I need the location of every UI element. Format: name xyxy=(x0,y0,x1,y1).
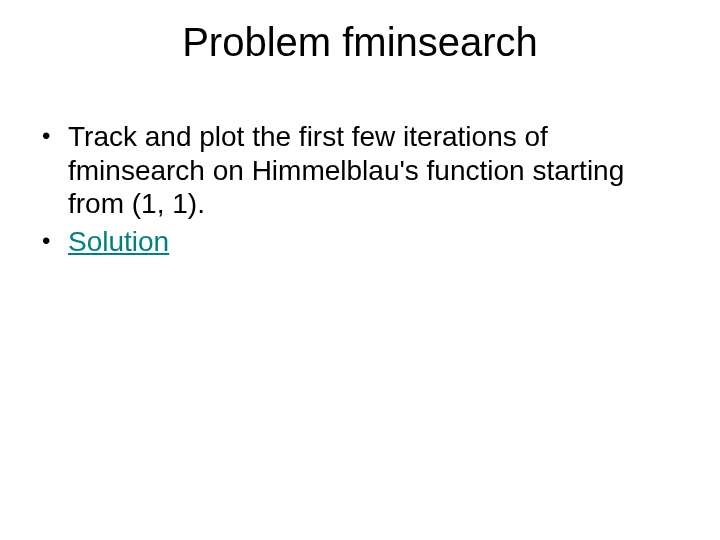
bullet-list: Track and plot the first few iterations … xyxy=(40,120,660,258)
slide-body: Track and plot the first few iterations … xyxy=(40,120,660,262)
slide-title: Problem fminsearch xyxy=(0,20,720,65)
slide: Problem fminsearch Track and plot the fi… xyxy=(0,0,720,540)
solution-link[interactable]: Solution xyxy=(68,226,169,257)
bullet-text: Track and plot the first few iterations … xyxy=(68,121,624,219)
bullet-item: Track and plot the first few iterations … xyxy=(40,120,660,221)
bullet-item: Solution xyxy=(40,225,660,259)
